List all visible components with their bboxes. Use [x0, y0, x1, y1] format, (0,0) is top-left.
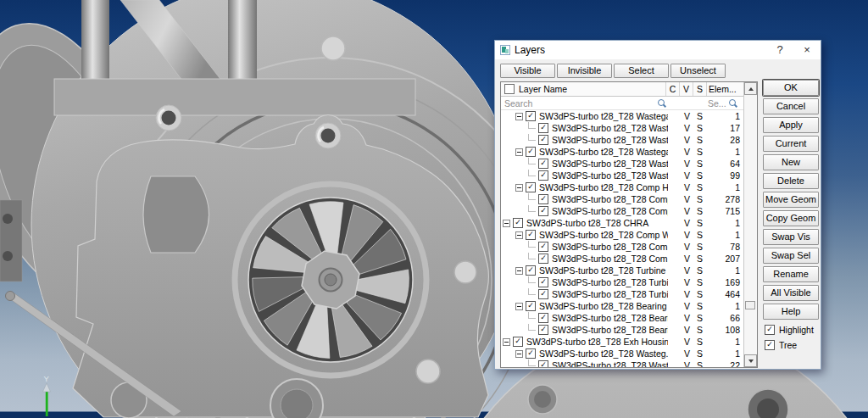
- layer-row[interactable]: ✓SW3dPS-turbo t28_T28 Wastegate ...VS1: [501, 146, 743, 158]
- scroll-down-icon[interactable]: [744, 354, 757, 367]
- column-c[interactable]: C: [665, 82, 679, 96]
- column-s[interactable]: S: [693, 82, 706, 96]
- col-v-value[interactable]: V: [681, 182, 693, 192]
- select-button[interactable]: Select: [614, 64, 669, 78]
- layer-row[interactable]: ✓SW3dPS-turbo t28_T28 Beari...VS66: [501, 312, 743, 324]
- col-s-value[interactable]: S: [693, 360, 706, 367]
- col-v-value[interactable]: V: [681, 289, 693, 299]
- col-s-value[interactable]: S: [693, 301, 706, 311]
- col-s-value[interactable]: S: [693, 265, 706, 276]
- tree-checkbox[interactable]: ✓: [765, 340, 775, 350]
- search-icon[interactable]: [658, 99, 665, 106]
- layer-checkbox[interactable]: ✓: [538, 135, 548, 145]
- layer-checkbox[interactable]: ✓: [513, 218, 523, 228]
- col-v-value[interactable]: V: [681, 301, 693, 311]
- column-elem[interactable]: Elem...: [706, 82, 743, 96]
- list-scrollbar[interactable]: [743, 82, 757, 367]
- col-v-value[interactable]: V: [681, 277, 693, 287]
- expand-toggle-icon[interactable]: [503, 338, 510, 346]
- layer-checkbox[interactable]: ✓: [526, 265, 536, 276]
- layer-row[interactable]: ✓SW3dPS-turbo t28_T28 Wasteg...VS64: [501, 158, 743, 170]
- layer-row[interactable]: ✓SW3dPS-turbo t28_T28 Beari...VS108: [501, 324, 743, 336]
- col-v-value[interactable]: V: [681, 147, 693, 157]
- layer-row[interactable]: ✓SW3dPS-turbo t28_T28 Comp W...VS1: [501, 229, 743, 241]
- rename-button[interactable]: Rename: [763, 266, 819, 282]
- col-s-value[interactable]: S: [693, 289, 706, 299]
- col-s-value[interactable]: S: [693, 111, 706, 121]
- layer-checkbox[interactable]: ✓: [526, 348, 536, 359]
- unselect-button[interactable]: Unselect: [670, 64, 726, 78]
- col-v-value[interactable]: V: [681, 194, 693, 204]
- dialog-titlebar[interactable]: Layers ? ×: [495, 41, 821, 59]
- layer-row[interactable]: ✓SW3dPS-turbo t28_T28 Turbi...VS464: [501, 288, 743, 300]
- column-v[interactable]: V: [679, 82, 693, 96]
- col-v-value[interactable]: V: [681, 206, 693, 216]
- col-v-value[interactable]: V: [681, 135, 693, 145]
- col-v-value[interactable]: V: [681, 265, 693, 276]
- cancel-button[interactable]: Cancel: [763, 98, 819, 114]
- layer-row[interactable]: ✓SW3dPS-turbo t28_T28 Wasteg...VS28: [501, 134, 743, 146]
- layer-row[interactable]: ✓SW3dPS-turbo t28_T28 Wasteg...VS99: [501, 170, 743, 181]
- layer-row[interactable]: ✓SW3dPS-turbo t28_T28 Comp Housi...VS1: [501, 181, 743, 193]
- layer-row[interactable]: ✓SW3dPS-turbo t28_T28 Com...VS78: [501, 241, 743, 253]
- layer-row[interactable]: ✓SW3dPS-turbo t28_T28 Bearing ...VS1: [501, 300, 743, 312]
- col-v-value[interactable]: V: [681, 337, 693, 347]
- col-s-value[interactable]: S: [693, 123, 706, 133]
- col-v-value[interactable]: V: [681, 111, 693, 121]
- col-v-value[interactable]: V: [681, 325, 693, 335]
- layer-row[interactable]: ✓SW3dPS-turbo t28_T28 CHRAVS1: [501, 217, 743, 229]
- col-s-value[interactable]: S: [693, 348, 706, 359]
- invisible-button[interactable]: Invisible: [557, 64, 612, 78]
- col-s-value[interactable]: S: [693, 218, 706, 228]
- select-all-checkbox[interactable]: [504, 84, 515, 94]
- all-visible-button[interactable]: All Visible: [763, 285, 819, 301]
- layer-row[interactable]: ✓SW3dPS-turbo t28_T28 Turbi...VS169: [501, 276, 743, 288]
- col-s-value[interactable]: S: [693, 230, 706, 240]
- layer-row[interactable]: ✓SW3dPS-turbo t28_T28 Wasteg...VS17: [501, 122, 743, 134]
- col-s-value[interactable]: S: [693, 325, 706, 335]
- layer-checkbox[interactable]: ✓: [538, 289, 548, 299]
- copy-geom-button[interactable]: Copy Geom: [763, 210, 819, 226]
- scroll-up-icon[interactable]: [744, 82, 757, 95]
- layer-checkbox[interactable]: ✓: [538, 325, 548, 335]
- elem-search-input[interactable]: Se...: [708, 98, 726, 109]
- col-s-value[interactable]: S: [693, 135, 706, 145]
- layer-row[interactable]: ✓SW3dPS-turbo t28_T28 Com...VS207: [501, 253, 743, 265]
- col-s-value[interactable]: S: [693, 337, 706, 347]
- layer-checkbox[interactable]: ✓: [526, 182, 536, 192]
- layer-checkbox[interactable]: ✓: [513, 337, 523, 347]
- col-v-value[interactable]: V: [681, 159, 693, 169]
- layer-checkbox[interactable]: ✓: [538, 242, 548, 252]
- col-s-value[interactable]: S: [693, 277, 706, 287]
- layer-row[interactable]: ✓SW3dPS-turbo t28_T28 TurbineVS1: [501, 265, 743, 276]
- layer-checkbox[interactable]: ✓: [538, 123, 548, 133]
- close-icon[interactable]: ×: [793, 41, 821, 59]
- layer-row[interactable]: ✓SW3dPS-turbo t28_T28 Exh Housin...VS1: [501, 336, 743, 348]
- layer-row[interactable]: ✓SW3dPS-turbo t28_T28 Wast...VS22: [501, 359, 743, 367]
- swap-sel-button[interactable]: Swap Sel: [763, 248, 819, 264]
- col-v-value[interactable]: V: [681, 230, 693, 240]
- current-button[interactable]: Current: [763, 136, 819, 152]
- layer-checkbox[interactable]: ✓: [538, 277, 548, 287]
- swap-vis-button[interactable]: Swap Vis: [763, 229, 819, 245]
- layer-row[interactable]: ✓SW3dPS-turbo t28_T28 Wasteg...VS1: [501, 348, 743, 359]
- col-s-value[interactable]: S: [693, 182, 706, 192]
- help-icon[interactable]: ?: [766, 41, 793, 59]
- layer-checkbox[interactable]: ✓: [538, 360, 548, 367]
- col-s-value[interactable]: S: [693, 206, 706, 216]
- layer-checkbox[interactable]: ✓: [538, 170, 548, 181]
- expand-toggle-icon[interactable]: [503, 220, 510, 227]
- col-s-value[interactable]: S: [693, 194, 706, 204]
- new-button[interactable]: New: [763, 154, 819, 170]
- scrollbar-thumb[interactable]: [745, 301, 755, 309]
- col-v-value[interactable]: V: [681, 360, 693, 367]
- expand-toggle-icon[interactable]: [515, 184, 523, 192]
- col-v-value[interactable]: V: [681, 170, 693, 181]
- layer-checkbox[interactable]: ✓: [538, 159, 548, 169]
- layer-checkbox[interactable]: ✓: [538, 313, 548, 323]
- layer-row[interactable]: ✓SW3dPS-turbo t28_T28 Wastegate ...VS1: [501, 110, 743, 122]
- col-v-value[interactable]: V: [681, 218, 693, 228]
- layer-checkbox[interactable]: ✓: [538, 254, 548, 264]
- layer-checkbox[interactable]: ✓: [538, 194, 548, 204]
- move-geom-button[interactable]: Move Geom: [763, 192, 819, 208]
